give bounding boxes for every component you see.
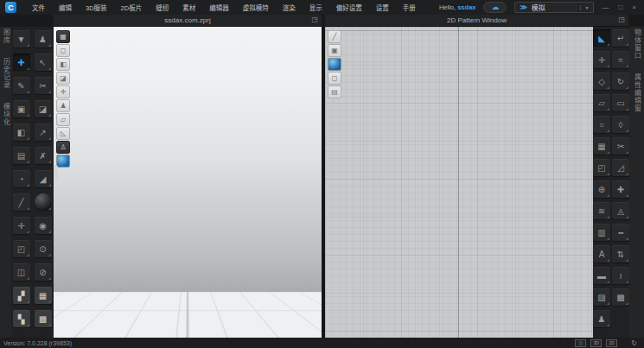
modular-tab[interactable]: 模块化 — [2, 103, 10, 126]
dart-tool[interactable]: ◊ — [612, 116, 629, 133]
pants-tool[interactable]: ▚ — [13, 310, 30, 327]
add-point-tool[interactable]: ◇ — [593, 73, 610, 90]
pattern-view-button[interactable]: ▣ — [328, 44, 341, 57]
ruler-tool[interactable]: ▬ — [593, 267, 610, 284]
fold-arrange-tool[interactable]: ◢ — [35, 170, 52, 187]
texture-sphere-button[interactable] — [328, 58, 341, 71]
username-link[interactable]: ssdax — [457, 3, 475, 11]
mannequin-button[interactable]: ♙ — [56, 141, 70, 154]
maximize-button[interactable]: □ — [618, 3, 622, 11]
pin-tool[interactable]: ◔ — [13, 170, 30, 187]
seam-cut-tool[interactable]: ✂ — [612, 137, 629, 155]
free-sew-tool[interactable]: ↗ — [35, 123, 52, 141]
menu-preferences[interactable]: 偏好设置 — [329, 3, 369, 12]
sheet-button[interactable]: ◻ — [328, 72, 341, 85]
layout-3d-button[interactable]: 3D — [590, 339, 602, 347]
cloud-sync-button[interactable]: ☁ — [483, 2, 507, 13]
detach-sew-tool[interactable]: ✗ — [35, 147, 52, 164]
avatar-bust-button[interactable]: ♟ — [56, 99, 70, 112]
curve-point-tool[interactable]: ↻ — [612, 73, 629, 90]
globe-button[interactable] — [56, 155, 70, 168]
menu-3d-garment[interactable]: 3D服装 — [79, 3, 114, 12]
simulate-tool[interactable]: ▼ — [13, 30, 30, 47]
fold-view-button[interactable]: ◪ — [56, 72, 70, 85]
merge-tool[interactable]: ⊕ — [593, 180, 610, 198]
grid-texture-tool[interactable]: ▨ — [593, 288, 610, 306]
select-mesh-tool[interactable]: ↖ — [35, 54, 52, 71]
menu-manual[interactable]: 手册 — [396, 3, 423, 12]
expand-tool[interactable]: ✚ — [612, 180, 629, 198]
popout-icon[interactable]: ◳ — [618, 16, 625, 23]
window-titlebar-3d[interactable]: ssdax.com.zprj ◳ — [54, 15, 322, 27]
trace-tool[interactable]: ▦ — [593, 137, 610, 155]
layout-2d-button[interactable]: 2D — [606, 339, 617, 347]
button-tool[interactable]: ⊙ — [35, 240, 52, 257]
menu-material[interactable]: 素材 — [175, 3, 202, 12]
pen-button[interactable]: ╱ — [328, 30, 341, 43]
menu-render[interactable]: 渲染 — [276, 3, 303, 12]
object-window-tab[interactable]: 物体窗口 — [633, 28, 641, 60]
needle-tool[interactable]: ╱ — [13, 193, 30, 211]
menu-2d-pattern[interactable]: 2D板片 — [114, 3, 150, 12]
menu-avatar[interactable]: 虚拟模特 — [236, 3, 276, 12]
refresh-icon[interactable]: ↻ — [631, 339, 637, 347]
machine-sew-tool[interactable]: ▤ — [13, 147, 30, 164]
glue-tool[interactable]: ◰ — [13, 240, 30, 257]
select-move-tool[interactable]: ✚ — [13, 54, 30, 71]
transform-pattern-tool[interactable]: ◣ — [593, 29, 610, 47]
menu-display[interactable]: 显示 — [303, 3, 329, 12]
menu-sewing[interactable]: 缝纫 — [149, 3, 175, 12]
grid-sheet-button[interactable]: ▤ — [328, 85, 341, 98]
rectangle-tool[interactable]: ▭ — [612, 94, 629, 111]
internal-rect-tool[interactable]: ◰ — [593, 159, 610, 176]
view-cube-button[interactable]: ▦ — [56, 30, 70, 43]
pleat-tool[interactable]: ≋ — [593, 202, 610, 219]
property-editor-tab[interactable]: 属性编辑窗 — [633, 73, 641, 112]
pattern-canvas-2d[interactable]: ╱▣◻▤ — [325, 27, 593, 338]
fabric-tool[interactable]: ▩ — [612, 288, 629, 306]
menu-editor[interactable]: 编辑器 — [202, 3, 236, 12]
layout-split-button[interactable]: ◫ — [575, 339, 586, 347]
menu-settings[interactable]: 设置 — [369, 3, 396, 12]
close-button[interactable]: × — [632, 3, 636, 11]
tack-tool[interactable]: ◉ — [35, 217, 52, 234]
shirt-outline-button[interactable]: ◻ — [56, 44, 70, 57]
paper-fold-button[interactable]: ◺ — [56, 127, 70, 140]
flatten-tool[interactable]: ◪ — [35, 100, 52, 117]
simulation-mode-dropdown[interactable]: ≫ 模拟 ▼ — [514, 2, 594, 13]
top-garment-tool[interactable]: ▞ — [13, 287, 30, 304]
popout-icon[interactable]: ◳ — [311, 16, 318, 23]
sewing-tool[interactable]: ◧ — [13, 123, 30, 141]
buttonhole-tool[interactable]: ⊘ — [35, 263, 52, 281]
menu-edit[interactable]: 编辑 — [52, 3, 79, 12]
notch-tool[interactable]: ◿ — [612, 159, 629, 176]
garment-tool[interactable]: ▣ — [13, 100, 30, 117]
zipper-tool[interactable]: ▦ — [35, 287, 52, 304]
polygon-tool[interactable]: ▱ — [593, 94, 610, 111]
panel-collapse-handle[interactable] — [54, 165, 58, 180]
edit-pin-tool[interactable]: ✎ — [13, 77, 30, 94]
unfold-tool[interactable]: ↵ — [612, 29, 629, 47]
text-tool[interactable]: A — [593, 245, 610, 263]
grab-button[interactable]: ✛ — [56, 85, 70, 98]
hand-tool[interactable]: ✛ — [13, 217, 30, 234]
tape-tool[interactable]: ╍ — [612, 224, 629, 241]
avatar-pose-tool[interactable]: ♟ — [35, 30, 52, 47]
avatar-head-toggle[interactable] — [35, 193, 52, 211]
scissors-tool[interactable]: ✂ — [35, 77, 52, 94]
elastic-tool[interactable]: ≀ — [612, 267, 629, 284]
window-titlebar-2d[interactable]: 2D Pattern Window ◳ — [325, 15, 628, 27]
jacket-tool[interactable]: ◫ — [13, 263, 30, 281]
history-tab[interactable]: 历史记录 — [2, 58, 10, 89]
pleat-fold-tool[interactable]: ◬ — [612, 202, 629, 219]
edit-curve-tool[interactable]: ≈ — [612, 51, 629, 68]
fabric-roll-tool[interactable]: ▩ — [35, 310, 52, 327]
library-tab[interactable]: 图库 — [2, 28, 10, 44]
grading-tool[interactable]: ⇅ — [612, 245, 629, 263]
paper-sheet-button[interactable]: ▱ — [56, 113, 70, 126]
edit-pattern-tool[interactable]: ✛ — [593, 51, 610, 68]
walk-tool[interactable]: ♟ — [593, 310, 610, 327]
menu-file[interactable]: 文件 — [25, 3, 52, 12]
viewport-3d[interactable]: ▦◻◧◪✛♟▱◺♙ — [54, 27, 322, 338]
shirt-solid-button[interactable]: ◧ — [56, 58, 70, 71]
